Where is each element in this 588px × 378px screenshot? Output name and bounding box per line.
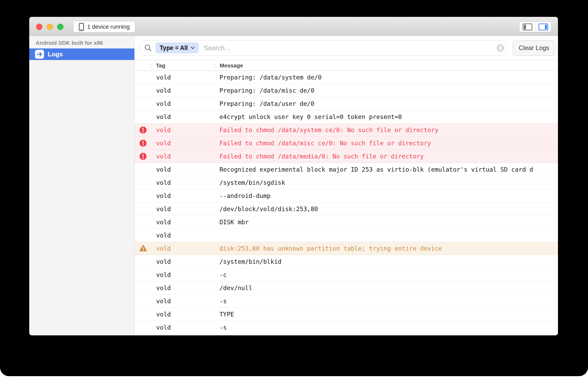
table-row[interactable]: vold Failed to chmod /data/system_ce/0: … — [135, 123, 558, 137]
log-tag: vold — [151, 87, 215, 94]
log-message: -s — [215, 324, 558, 331]
log-tag: vold — [151, 74, 215, 81]
table-row[interactable]: vold -c — [135, 268, 558, 281]
log-tag: vold — [151, 113, 215, 120]
toggle-left-panel-button[interactable] — [520, 22, 535, 32]
table-row[interactable]: vold DISK mbr — [135, 216, 558, 229]
titlebar: 1 device running — [29, 17, 558, 36]
table-row[interactable]: vold /system/bin/sgdisk — [135, 176, 558, 189]
panel-toggle-group — [519, 22, 551, 32]
log-message: DISK mbr — [215, 219, 558, 226]
phone-icon — [79, 23, 84, 31]
log-rows: vold Preparing: /data/system_de/0 vold P… — [135, 71, 558, 335]
log-message: Recognized experimental block major ID 2… — [215, 166, 558, 173]
app-window: 1 device running — [29, 17, 558, 335]
type-filter-dropdown[interactable]: Type = All — [155, 42, 199, 53]
log-tag: vold — [151, 192, 215, 199]
table-row[interactable]: vold TYPE — [135, 308, 558, 321]
log-tag: vold — [151, 258, 215, 265]
log-tag: vold — [151, 166, 215, 173]
log-message: --android-dump — [215, 192, 558, 199]
log-message: Preparing: /data/system_de/0 — [215, 74, 558, 81]
table-row[interactable]: vold -s — [135, 295, 558, 308]
log-tag: vold — [151, 140, 215, 147]
toolbar: Type = All — [135, 36, 558, 60]
toggle-right-panel-button[interactable] — [535, 22, 551, 32]
column-header-tag[interactable]: Tag — [151, 62, 215, 69]
table-row[interactable]: vold Preparing: /data/misc_de/0 — [135, 84, 558, 97]
table-row[interactable]: vold disk:253,80 has unknown partition t… — [135, 242, 558, 255]
device-running-button[interactable]: 1 device running — [73, 21, 135, 33]
table-row[interactable]: vold Failed to chmod /data/misc_ce/0: No… — [135, 137, 558, 150]
table-row[interactable]: vold /dev/null — [135, 281, 558, 295]
log-message: Failed to chmod /data/misc_ce/0: No such… — [215, 140, 558, 147]
table-row[interactable]: vold — [135, 229, 558, 242]
log-message: Failed to chmod /data/system_ce/0: No su… — [215, 127, 558, 133]
error-icon — [139, 153, 147, 160]
log-message: disk:253,80 has unknown partition table;… — [215, 245, 558, 252]
log-message: Failed to chmod /data/media/0: No such f… — [215, 153, 558, 160]
table-row[interactable]: vold Failed to chmod /data/media/0: No s… — [135, 150, 558, 163]
log-tag: vold — [151, 285, 215, 291]
panel-left-icon — [523, 23, 532, 31]
log-tag: vold — [151, 100, 215, 107]
search-input[interactable] — [204, 44, 496, 52]
table-header: Tag Message — [135, 60, 558, 71]
search-icon — [144, 44, 152, 52]
log-message: -s — [215, 298, 558, 305]
clear-search-button[interactable] — [496, 44, 504, 52]
column-divider — [151, 63, 152, 68]
column-divider — [215, 63, 215, 68]
search-field[interactable]: Type = All — [139, 40, 508, 56]
log-tag: vold — [151, 179, 215, 186]
sidebar: Android SDK built for x86 Logs — [29, 36, 135, 335]
clear-logs-label: Clear Logs — [519, 44, 549, 52]
logs-arrow-icon — [35, 50, 44, 59]
row-level-cell — [135, 153, 151, 160]
log-message: Preparing: /data/misc_de/0 — [215, 87, 558, 94]
log-message: /system/bin/sgdisk — [215, 179, 558, 186]
error-icon — [139, 126, 147, 134]
log-tag: vold — [151, 127, 215, 133]
column-header-tag-label: Tag — [156, 62, 165, 69]
column-header-message-label: Message — [220, 62, 243, 69]
log-message: Preparing: /data/user_de/0 — [215, 100, 558, 107]
device-running-label: 1 device running — [87, 23, 130, 30]
column-header-message[interactable]: Message — [215, 62, 558, 69]
zoom-window-button[interactable] — [57, 24, 63, 30]
traffic-lights — [36, 24, 63, 30]
log-tag: vold — [151, 245, 215, 252]
table-row[interactable]: vold --android-dump — [135, 189, 558, 202]
table-row[interactable]: vold -s — [135, 321, 558, 334]
log-tag: vold — [151, 153, 215, 160]
minimize-window-button[interactable] — [47, 24, 53, 30]
chevron-down-icon — [191, 47, 195, 49]
log-message: TYPE — [215, 311, 558, 318]
main-panel: Type = All — [135, 36, 558, 335]
row-level-cell — [135, 245, 151, 252]
table-row[interactable]: vold Recognized experimental block major… — [135, 163, 558, 176]
log-message: /dev/block/vold/disk:253,80 — [215, 206, 558, 212]
warning-icon — [139, 245, 147, 252]
table-row[interactable]: vold e4crypt_unlock_user_key 0 serial=0 … — [135, 110, 558, 123]
type-filter-label: Type = All — [160, 44, 188, 52]
log-tag: vold — [151, 298, 215, 305]
table-row[interactable]: vold /system/bin/blkid — [135, 255, 558, 268]
clear-logs-button[interactable]: Clear Logs — [513, 40, 555, 56]
log-tag: vold — [151, 311, 215, 318]
log-tag: vold — [151, 206, 215, 212]
panel-right-icon — [538, 23, 548, 31]
sidebar-item-logs[interactable]: Logs — [29, 48, 134, 60]
table-row[interactable]: vold Preparing: /data/user_de/0 — [135, 97, 558, 110]
log-message: /dev/null — [215, 285, 558, 291]
log-tag: vold — [151, 324, 215, 331]
close-window-button[interactable] — [36, 24, 42, 30]
table-row[interactable]: vold /dev/block/vold/disk:253,80 — [135, 202, 558, 216]
sidebar-device-name: Android SDK built for x86 — [29, 39, 134, 47]
log-tag: vold — [151, 219, 215, 226]
log-message: e4crypt_unlock_user_key 0 serial=0 token… — [215, 113, 558, 120]
log-message: /system/bin/blkid — [215, 258, 558, 265]
error-icon — [139, 140, 147, 147]
row-level-cell — [135, 126, 151, 134]
table-row[interactable]: vold Preparing: /data/system_de/0 — [135, 71, 558, 84]
